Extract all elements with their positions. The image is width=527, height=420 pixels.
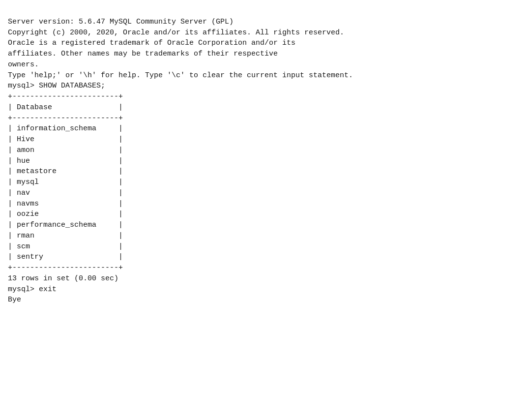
terminal-line-bye: Bye bbox=[8, 295, 519, 305]
terminal-line-row4: | hue | bbox=[8, 156, 519, 167]
terminal-line-row7: | nav | bbox=[8, 188, 519, 199]
terminal-line-row2: | Hive | bbox=[8, 134, 519, 145]
terminal-line-row10: | performance_schema | bbox=[8, 220, 519, 231]
terminal-line-row9: | oozie | bbox=[8, 209, 519, 220]
terminal-line-copyright: Copyright (c) 2000, 2020, Oracle and/or … bbox=[8, 28, 519, 38]
terminal-line-prompt1: mysql> SHOW DATABASES; bbox=[8, 81, 519, 91]
terminal-line-border2: +------------------------+ bbox=[8, 113, 519, 124]
terminal-output: Server version: 5.6.47 MySQL Community S… bbox=[8, 6, 519, 305]
terminal-line-help: Type 'help;' or '\h' for help. Type '\c'… bbox=[8, 70, 519, 81]
terminal-line-server-version: Server version: 5.6.47 MySQL Community S… bbox=[8, 17, 519, 28]
terminal-line-row6: | mysql | bbox=[8, 177, 519, 188]
terminal-line-trademark1: Oracle is a registered trademark of Orac… bbox=[8, 38, 519, 49]
terminal-line-trademark2: affiliates. Other names may be trademark… bbox=[8, 49, 519, 60]
terminal-line-trademark3: owners. bbox=[8, 60, 519, 70]
terminal-line-border3: +------------------------+ bbox=[8, 263, 519, 273]
terminal-line-row8: | navms | bbox=[8, 199, 519, 210]
terminal-line-row12: | scm | bbox=[8, 241, 519, 252]
terminal-line-row1: | information_schema | bbox=[8, 123, 519, 134]
terminal-line-header: | Database | bbox=[8, 102, 519, 113]
terminal-line-exit-prompt: mysql> exit bbox=[8, 284, 519, 295]
terminal-line-row3: | amon | bbox=[8, 145, 519, 156]
terminal-line-row13: | sentry | bbox=[8, 252, 519, 263]
terminal-line-row11: | rman | bbox=[8, 231, 519, 241]
terminal-line-rowcount: 13 rows in set (0.00 sec) bbox=[8, 273, 519, 284]
terminal-line-row5: | metastore | bbox=[8, 166, 519, 177]
terminal-line-border1: +------------------------+ bbox=[8, 91, 519, 102]
